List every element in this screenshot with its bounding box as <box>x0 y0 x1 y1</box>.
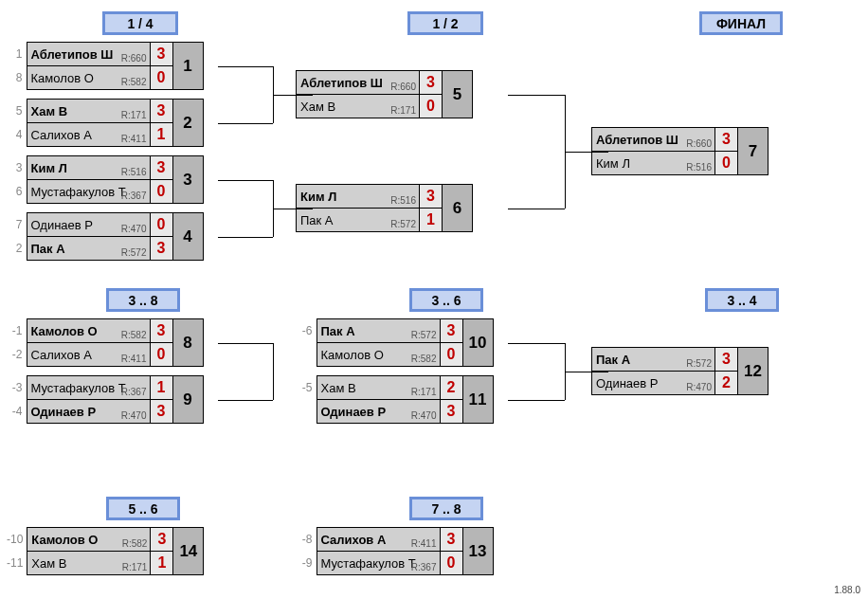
match-id: 3 <box>172 156 203 204</box>
player-name-cell: Мустафакулов ТR:367 <box>316 552 440 575</box>
round-label-qf: 1 / 4 <box>102 11 178 35</box>
player-rating: R:660 <box>121 53 147 64</box>
player-score: 3 <box>150 319 172 343</box>
player-name-cell: Салихов АR:411 <box>27 343 150 367</box>
player-score: 0 <box>440 552 462 575</box>
player-rating: R:411 <box>121 354 147 364</box>
match-id: 11 <box>462 376 493 424</box>
seed: -10 <box>6 528 27 552</box>
player-rating: R:516 <box>121 167 147 177</box>
seed: 1 <box>6 43 27 66</box>
round-label-sf: 1 / 2 <box>407 11 483 35</box>
player-name: Ким Л <box>596 156 630 171</box>
player-name-cell: Хам ВR:171 <box>27 100 150 123</box>
seed <box>296 400 316 424</box>
match-id: 10 <box>462 319 493 367</box>
player-score: 3 <box>150 100 172 123</box>
player-rating: R:582 <box>121 77 147 87</box>
match-1: 1Аблетипов ШR:660318Камолов ОR:5820 <box>6 42 204 90</box>
player-score: 3 <box>715 128 738 152</box>
player-score: 3 <box>420 185 443 209</box>
match-id: 2 <box>172 100 203 147</box>
player-score: 3 <box>715 348 738 372</box>
seed: 5 <box>6 100 27 123</box>
match-13: -8Салихов АR:411313-9Мустафакулов ТR:367… <box>296 527 494 575</box>
seed: -4 <box>6 400 27 424</box>
player-rating: R:516 <box>686 162 712 172</box>
player-score: 3 <box>150 400 172 424</box>
player-rating: R:582 <box>121 330 147 340</box>
connector <box>218 343 273 344</box>
connector <box>218 180 273 181</box>
player-name: Аблетипов Ш <box>300 76 383 90</box>
connector <box>273 343 274 400</box>
connector <box>508 343 565 344</box>
player-rating: R:470 <box>121 224 147 234</box>
player-score: 1 <box>150 376 172 400</box>
round-label-c78: 7 .. 8 <box>409 497 483 520</box>
match-id: 8 <box>172 319 203 367</box>
player-score: 3 <box>440 528 462 552</box>
player-name: Камолов О <box>31 324 98 338</box>
seed: -1 <box>6 319 27 343</box>
player-score: 3 <box>150 156 172 180</box>
player-name-cell: Камолов ОR:582 <box>27 66 150 90</box>
player-name: Камолов О <box>321 348 384 362</box>
connector <box>565 372 608 372</box>
connector <box>218 123 273 124</box>
player-rating: R:367 <box>121 191 147 201</box>
player-name-cell: Аблетипов ШR:660 <box>592 128 715 152</box>
player-score: 0 <box>150 180 172 204</box>
player-score: 0 <box>420 95 443 118</box>
seed: -2 <box>6 343 27 367</box>
connector <box>218 66 273 67</box>
player-rating: R:572 <box>686 358 712 369</box>
player-name-cell: Аблетипов ШR:660 <box>297 71 420 95</box>
player-name-cell: Ким ЛR:516 <box>27 156 150 180</box>
player-name-cell: Камолов ОR:582 <box>316 343 440 367</box>
match-4: 7Одинаев РR:470042Пак АR:5723 <box>6 212 204 261</box>
player-score: 0 <box>150 213 172 237</box>
round-label-c34: 3 .. 4 <box>705 288 779 312</box>
seed: -3 <box>6 376 27 400</box>
player-rating: R:470 <box>121 410 147 421</box>
match-id: 13 <box>462 528 493 575</box>
player-name-cell: Камолов ОR:582 <box>27 528 151 552</box>
seed: 2 <box>6 237 27 261</box>
seed: -9 <box>296 552 316 575</box>
match-6: Ким ЛR:51636Пак АR:5721 <box>296 184 473 232</box>
match-2: 5Хам ВR:171324Салихов АR:4111 <box>6 99 204 147</box>
connector <box>218 400 273 401</box>
connector <box>273 209 313 209</box>
player-name-cell: Салихов АR:411 <box>27 123 150 147</box>
player-name-cell: Хам ВR:171 <box>316 376 440 400</box>
seed: 7 <box>6 213 27 237</box>
player-name: Пак А <box>321 324 355 338</box>
player-score: 2 <box>440 376 462 400</box>
match-id: 7 <box>738 128 769 175</box>
player-score: 3 <box>150 43 172 66</box>
seed: 6 <box>6 180 27 204</box>
seed: -6 <box>296 319 316 343</box>
player-rating: R:411 <box>411 538 437 549</box>
player-rating: R:171 <box>122 562 148 572</box>
player-name-cell: Пак АR:572 <box>297 209 420 232</box>
player-score: 3 <box>440 400 462 424</box>
player-score: 3 <box>150 237 172 261</box>
player-name-cell: Одинаев РR:470 <box>592 372 715 395</box>
bracket-stage: 1 / 4 1 / 2 ФИНАЛ 3 .. 8 3 .. 6 3 .. 4 5… <box>0 0 868 599</box>
player-name: Хам В <box>31 104 68 118</box>
player-score: 1 <box>150 123 172 147</box>
player-score: 3 <box>151 528 173 552</box>
player-rating: R:572 <box>121 247 147 258</box>
player-name: Салихов А <box>321 533 387 547</box>
round-label-f: ФИНАЛ <box>699 11 783 35</box>
player-score: 0 <box>150 66 172 90</box>
player-score: 1 <box>151 552 173 575</box>
match-id: 1 <box>172 43 203 90</box>
player-rating: R:367 <box>411 562 437 572</box>
seed: -5 <box>296 376 316 400</box>
match-id: 6 <box>443 185 473 232</box>
match-12: Пак АR:572312Одинаев РR:4702 <box>591 347 769 395</box>
player-rating: R:572 <box>390 219 416 229</box>
